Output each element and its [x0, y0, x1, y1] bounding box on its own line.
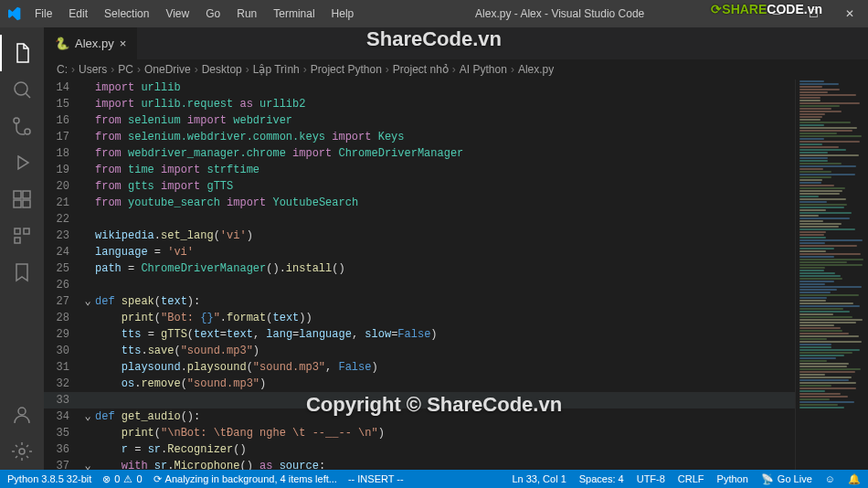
tab-file[interactable]: 🐍 Alex.py ×: [44, 27, 138, 59]
line-number: 17: [44, 129, 80, 145]
line-number: 21: [44, 195, 80, 211]
code-line[interactable]: 37⌄ with sr.Microphone() as source:: [44, 458, 795, 470]
code-line[interactable]: 28 print("Bot: {}".format(text)): [44, 310, 795, 326]
code-line[interactable]: 25path = ChromeDriverManager().install(): [44, 260, 795, 277]
code-content: from selenium.webdriver.common.keys impo…: [95, 129, 795, 145]
code-line[interactable]: 26: [44, 277, 795, 293]
breadcrumb-item[interactable]: PC: [118, 63, 133, 76]
minimap[interactable]: [795, 80, 868, 470]
menu-terminal[interactable]: Terminal: [266, 4, 322, 24]
menu-edit[interactable]: Edit: [61, 4, 95, 24]
close-icon[interactable]: ×: [120, 37, 127, 50]
fold-toggle: [80, 195, 95, 211]
code-line[interactable]: 35 print("\nBot: \tĐang nghe \t --__-- \…: [44, 425, 795, 441]
code-line[interactable]: 18from webdriver_manager.chrome import C…: [44, 145, 795, 162]
fold-toggle[interactable]: ⌄: [80, 293, 95, 310]
line-number: 28: [44, 310, 80, 326]
menu-file[interactable]: File: [27, 4, 59, 24]
code-content: from youtube_search import YoutubeSearch: [95, 195, 795, 211]
encoding[interactable]: UTF-8: [637, 473, 665, 485]
menu-selection[interactable]: Selection: [97, 4, 156, 24]
code-line[interactable]: 22: [44, 211, 795, 228]
cursor-position[interactable]: Ln 33, Col 1: [512, 473, 566, 485]
breadcrumb-item[interactable]: AI Python: [460, 63, 507, 76]
maximize-button[interactable]: ☐: [795, 0, 831, 27]
analyzing-status[interactable]: ⟳ Analyzing in background, 4 items left.…: [153, 473, 337, 485]
vscode-icon: [0, 6, 27, 21]
code-line[interactable]: 36 r = sr.Recognizer(): [44, 441, 795, 458]
menu-go[interactable]: Go: [198, 4, 228, 24]
debug-icon[interactable]: [0, 144, 44, 181]
bell-icon[interactable]: 🔔: [848, 473, 861, 485]
code-line[interactable]: 23wikipedia.set_lang('vi'): [44, 228, 795, 244]
close-button[interactable]: ✕: [831, 0, 868, 27]
fold-toggle[interactable]: ⌄: [80, 458, 95, 470]
code-line[interactable]: 16from selenium import webdriver: [44, 112, 795, 129]
extensions-icon[interactable]: [0, 181, 44, 217]
breadcrumb-item[interactable]: C:: [57, 63, 68, 76]
files-icon[interactable]: [0, 35, 44, 71]
menu-run[interactable]: Run: [229, 4, 264, 24]
code-line[interactable]: 21from youtube_search import YoutubeSear…: [44, 195, 795, 211]
line-number: 36: [44, 441, 80, 458]
bookmark-icon[interactable]: [0, 254, 44, 291]
code-line[interactable]: 33: [44, 392, 795, 408]
line-number: 20: [44, 178, 80, 195]
line-number: 29: [44, 326, 80, 343]
problems[interactable]: ⊗0 ⚠0: [102, 473, 142, 485]
menu-view[interactable]: View: [158, 4, 196, 24]
fold-toggle: [80, 310, 95, 326]
code-line[interactable]: 32 os.remove("sound.mp3"): [44, 376, 795, 392]
code-line[interactable]: 14import urllib: [44, 80, 795, 96]
indent-setting[interactable]: Spaces: 4: [579, 473, 624, 485]
breadcrumb-item[interactable]: Alex.py: [518, 63, 554, 76]
eol[interactable]: CRLF: [678, 473, 704, 485]
fold-toggle[interactable]: ⌄: [80, 408, 95, 425]
feedback-icon[interactable]: ☺: [825, 473, 835, 485]
line-number: 16: [44, 112, 80, 129]
breadcrumb-item[interactable]: Lập Trình: [253, 63, 300, 76]
fold-toggle: [80, 343, 95, 359]
line-number: 31: [44, 359, 80, 376]
code-content: path = ChromeDriverManager().install(): [95, 260, 795, 277]
minimize-button[interactable]: ─: [758, 0, 795, 27]
python-version[interactable]: Python 3.8.5 32-bit: [7, 473, 91, 484]
code-content: with sr.Microphone() as source:: [95, 458, 795, 470]
gear-icon[interactable]: [0, 433, 44, 470]
breadcrumb-item[interactable]: Users: [79, 63, 107, 76]
code-line[interactable]: 24language = 'vi': [44, 244, 795, 260]
code-line[interactable]: 17from selenium.webdriver.common.keys im…: [44, 129, 795, 145]
code-line[interactable]: 15import urllib.request as urllib2: [44, 96, 795, 112]
code-line[interactable]: 19from time import strftime: [44, 162, 795, 178]
fold-toggle: [80, 277, 95, 293]
breadcrumb-item[interactable]: OneDrive: [144, 63, 191, 76]
code-line[interactable]: 30 tts.save("sound.mp3"): [44, 343, 795, 359]
code-line[interactable]: 20from gtts import gTTS: [44, 178, 795, 195]
search-icon[interactable]: [0, 71, 44, 108]
code-line[interactable]: 29 tts = gTTS(text=text, lang=language, …: [44, 326, 795, 343]
code-line[interactable]: 31 playsound.playsound("sound.mp3", Fals…: [44, 359, 795, 376]
svg-rect-5: [14, 200, 21, 207]
source-control-icon[interactable]: [0, 108, 44, 144]
error-count: 0: [114, 473, 120, 484]
puzzle-icon[interactable]: [0, 217, 44, 254]
activity-bar: [0, 27, 44, 470]
breadcrumb-sep: ›: [111, 63, 114, 76]
code-line[interactable]: 27⌄def speak(text):: [44, 293, 795, 310]
go-live[interactable]: 📡 Go Live: [761, 473, 812, 485]
account-icon[interactable]: [0, 397, 44, 433]
line-number: 35: [44, 425, 80, 441]
breadcrumb-item[interactable]: Project nhỏ: [393, 63, 449, 76]
code-line[interactable]: 34⌄def get_audio():: [44, 408, 795, 425]
breadcrumb-item[interactable]: Project Python: [311, 63, 382, 76]
language-mode[interactable]: Python: [717, 473, 748, 485]
line-number: 37: [44, 458, 80, 470]
fold-toggle: [80, 260, 95, 277]
code-editor[interactable]: 14import urllib15import urllib.request a…: [44, 80, 868, 470]
line-number: 32: [44, 376, 80, 392]
menu-help[interactable]: Help: [324, 4, 362, 24]
code-content: r = sr.Recognizer(): [95, 441, 795, 458]
breadcrumbs[interactable]: C: › Users › PC › OneDrive › Desktop › L…: [44, 59, 868, 80]
breadcrumb-item[interactable]: Desktop: [202, 63, 242, 76]
line-number: 23: [44, 228, 80, 244]
